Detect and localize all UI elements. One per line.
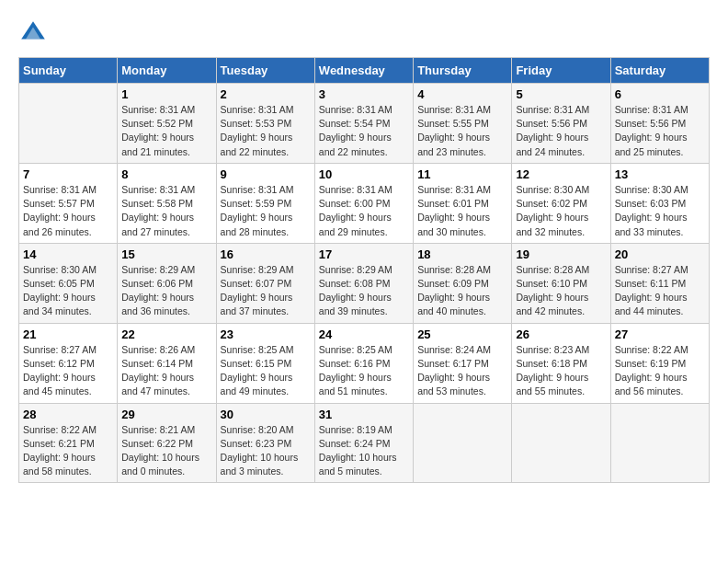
day-number: 12	[516, 167, 606, 181]
day-info: Sunrise: 8:31 AMSunset: 5:52 PMDaylight:…	[121, 103, 211, 159]
calendar-cell: 24Sunrise: 8:25 AMSunset: 6:16 PMDayligh…	[314, 323, 413, 403]
day-info: Sunrise: 8:26 AMSunset: 6:14 PMDaylight:…	[121, 343, 211, 399]
day-info: Sunrise: 8:25 AMSunset: 6:16 PMDaylight:…	[319, 343, 409, 399]
calendar-cell: 5Sunrise: 8:31 AMSunset: 5:56 PMDaylight…	[512, 84, 610, 164]
calendar-cell: 17Sunrise: 8:29 AMSunset: 6:08 PMDayligh…	[314, 243, 413, 323]
day-number: 31	[319, 408, 409, 421]
day-number: 20	[615, 247, 705, 261]
day-number: 24	[319, 327, 409, 341]
calendar-body: 1Sunrise: 8:31 AMSunset: 5:52 PMDaylight…	[19, 84, 710, 483]
calendar-cell: 9Sunrise: 8:31 AMSunset: 5:59 PMDaylight…	[216, 163, 314, 243]
column-header-thursday: Thursday	[414, 58, 512, 84]
calendar-week-3: 14Sunrise: 8:30 AMSunset: 6:05 PMDayligh…	[19, 243, 710, 323]
day-info: Sunrise: 8:19 AMSunset: 6:24 PMDaylight:…	[319, 423, 409, 479]
day-info: Sunrise: 8:29 AMSunset: 6:06 PMDaylight:…	[121, 263, 211, 319]
calendar-cell: 27Sunrise: 8:22 AMSunset: 6:19 PMDayligh…	[610, 323, 709, 403]
calendar-table: SundayMondayTuesdayWednesdayThursdayFrid…	[18, 57, 710, 483]
column-header-saturday: Saturday	[610, 58, 709, 84]
column-header-tuesday: Tuesday	[216, 58, 314, 84]
day-number: 3	[319, 87, 409, 101]
calendar-cell: 19Sunrise: 8:28 AMSunset: 6:10 PMDayligh…	[512, 243, 610, 323]
calendar-cell: 22Sunrise: 8:26 AMSunset: 6:14 PMDayligh…	[118, 323, 216, 403]
day-info: Sunrise: 8:22 AMSunset: 6:19 PMDaylight:…	[615, 343, 705, 399]
column-header-wednesday: Wednesday	[314, 58, 413, 84]
day-number: 28	[23, 408, 113, 421]
day-number: 17	[319, 247, 409, 261]
calendar-cell: 7Sunrise: 8:31 AMSunset: 5:57 PMDaylight…	[19, 163, 118, 243]
column-header-friday: Friday	[512, 58, 610, 84]
day-number: 9	[221, 167, 311, 181]
day-info: Sunrise: 8:31 AMSunset: 5:54 PMDaylight:…	[319, 103, 409, 159]
day-number: 21	[23, 327, 113, 341]
day-info: Sunrise: 8:31 AMSunset: 5:57 PMDaylight:…	[23, 183, 113, 239]
day-number: 7	[23, 167, 113, 181]
day-number: 2	[221, 87, 311, 101]
calendar-cell: 23Sunrise: 8:25 AMSunset: 6:15 PMDayligh…	[216, 323, 314, 403]
calendar-week-5: 28Sunrise: 8:22 AMSunset: 6:21 PMDayligh…	[19, 403, 710, 483]
calendar-cell: 16Sunrise: 8:29 AMSunset: 6:07 PMDayligh…	[216, 243, 314, 323]
day-number: 25	[417, 327, 507, 341]
column-header-monday: Monday	[118, 58, 216, 84]
calendar-cell: 28Sunrise: 8:22 AMSunset: 6:21 PMDayligh…	[19, 403, 118, 483]
day-number: 11	[417, 167, 507, 181]
calendar-cell	[512, 403, 610, 483]
day-info: Sunrise: 8:31 AMSunset: 6:01 PMDaylight:…	[417, 183, 507, 239]
day-info: Sunrise: 8:31 AMSunset: 5:56 PMDaylight:…	[516, 103, 606, 159]
calendar-cell: 1Sunrise: 8:31 AMSunset: 5:52 PMDaylight…	[118, 84, 216, 164]
day-info: Sunrise: 8:29 AMSunset: 6:07 PMDaylight:…	[221, 263, 311, 319]
calendar-cell: 12Sunrise: 8:30 AMSunset: 6:02 PMDayligh…	[512, 163, 610, 243]
day-number: 1	[121, 87, 211, 101]
calendar-cell: 8Sunrise: 8:31 AMSunset: 5:58 PMDaylight…	[118, 163, 216, 243]
day-info: Sunrise: 8:28 AMSunset: 6:09 PMDaylight:…	[417, 263, 507, 319]
calendar-week-4: 21Sunrise: 8:27 AMSunset: 6:12 PMDayligh…	[19, 323, 710, 403]
logo-icon	[18, 18, 48, 48]
day-number: 13	[615, 167, 705, 181]
calendar-cell: 21Sunrise: 8:27 AMSunset: 6:12 PMDayligh…	[19, 323, 118, 403]
calendar-cell	[19, 84, 118, 164]
column-header-sunday: Sunday	[19, 58, 118, 84]
calendar-cell	[414, 403, 512, 483]
calendar-week-2: 7Sunrise: 8:31 AMSunset: 5:57 PMDaylight…	[19, 163, 710, 243]
day-number: 4	[417, 87, 507, 101]
day-info: Sunrise: 8:29 AMSunset: 6:08 PMDaylight:…	[319, 263, 409, 319]
calendar-cell: 11Sunrise: 8:31 AMSunset: 6:01 PMDayligh…	[414, 163, 512, 243]
calendar-cell: 30Sunrise: 8:20 AMSunset: 6:23 PMDayligh…	[216, 403, 314, 483]
calendar-cell: 26Sunrise: 8:23 AMSunset: 6:18 PMDayligh…	[512, 323, 610, 403]
day-info: Sunrise: 8:25 AMSunset: 6:15 PMDaylight:…	[221, 343, 311, 399]
day-info: Sunrise: 8:31 AMSunset: 5:59 PMDaylight:…	[221, 183, 311, 239]
day-number: 10	[319, 167, 409, 181]
day-info: Sunrise: 8:31 AMSunset: 6:00 PMDaylight:…	[319, 183, 409, 239]
calendar-cell: 13Sunrise: 8:30 AMSunset: 6:03 PMDayligh…	[610, 163, 709, 243]
day-info: Sunrise: 8:28 AMSunset: 6:10 PMDaylight:…	[516, 263, 606, 319]
day-number: 5	[516, 87, 606, 101]
day-info: Sunrise: 8:31 AMSunset: 5:55 PMDaylight:…	[417, 103, 507, 159]
day-info: Sunrise: 8:23 AMSunset: 6:18 PMDaylight:…	[516, 343, 606, 399]
calendar-week-1: 1Sunrise: 8:31 AMSunset: 5:52 PMDaylight…	[19, 84, 710, 164]
day-info: Sunrise: 8:20 AMSunset: 6:23 PMDaylight:…	[221, 423, 311, 479]
day-info: Sunrise: 8:30 AMSunset: 6:05 PMDaylight:…	[23, 263, 113, 319]
day-info: Sunrise: 8:21 AMSunset: 6:22 PMDaylight:…	[121, 423, 211, 479]
page-header	[18, 18, 710, 48]
day-info: Sunrise: 8:31 AMSunset: 5:56 PMDaylight:…	[615, 103, 705, 159]
day-number: 15	[121, 247, 211, 261]
day-number: 19	[516, 247, 606, 261]
calendar-cell: 3Sunrise: 8:31 AMSunset: 5:54 PMDaylight…	[314, 84, 413, 164]
day-number: 16	[221, 247, 311, 261]
day-number: 22	[121, 327, 211, 341]
logo	[18, 18, 51, 48]
day-number: 26	[516, 327, 606, 341]
calendar-cell: 25Sunrise: 8:24 AMSunset: 6:17 PMDayligh…	[414, 323, 512, 403]
calendar-cell: 10Sunrise: 8:31 AMSunset: 6:00 PMDayligh…	[314, 163, 413, 243]
calendar-cell: 31Sunrise: 8:19 AMSunset: 6:24 PMDayligh…	[314, 403, 413, 483]
day-number: 8	[121, 167, 211, 181]
day-info: Sunrise: 8:30 AMSunset: 6:02 PMDaylight:…	[516, 183, 606, 239]
day-number: 14	[23, 247, 113, 261]
day-info: Sunrise: 8:27 AMSunset: 6:11 PMDaylight:…	[615, 263, 705, 319]
day-info: Sunrise: 8:31 AMSunset: 5:58 PMDaylight:…	[121, 183, 211, 239]
calendar-cell: 20Sunrise: 8:27 AMSunset: 6:11 PMDayligh…	[610, 243, 709, 323]
calendar-cell: 15Sunrise: 8:29 AMSunset: 6:06 PMDayligh…	[118, 243, 216, 323]
day-number: 18	[417, 247, 507, 261]
day-info: Sunrise: 8:27 AMSunset: 6:12 PMDaylight:…	[23, 343, 113, 399]
calendar-cell: 6Sunrise: 8:31 AMSunset: 5:56 PMDaylight…	[610, 84, 709, 164]
calendar-cell: 18Sunrise: 8:28 AMSunset: 6:09 PMDayligh…	[414, 243, 512, 323]
